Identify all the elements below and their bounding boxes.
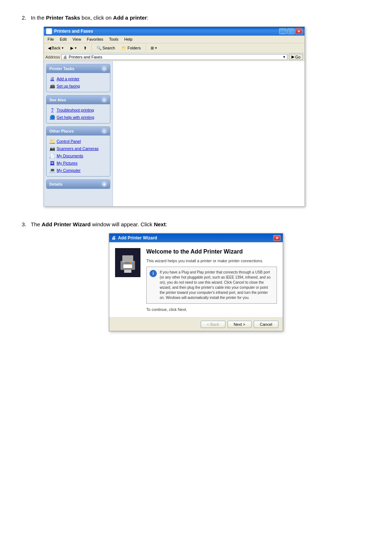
see-also-toggle[interactable]: ⊙ (101, 97, 107, 103)
scanners-label: Scanners and Cameras (57, 146, 99, 151)
add-printer-icon: 🖨 (49, 76, 55, 82)
svg-point-5 (131, 262, 133, 263)
my-computer-label: My Computer (57, 168, 81, 173)
back-button[interactable]: < Back (201, 321, 225, 328)
see-also-header[interactable]: See Also ⊙ (46, 96, 110, 104)
menu-favorites[interactable]: Favorites (85, 36, 105, 42)
wizard-titlebar: 🖨 Add Printer Wizard ✕ (109, 234, 283, 242)
sidebar: Printer Tasks ⊙ 🖨 Add a printer 📠 Set up… (44, 61, 113, 206)
my-documents-item[interactable]: 📄 My Documents (48, 152, 109, 159)
other-places-panel: Other Places ⊙ 📁 Control Panel 📷 Scanner… (46, 126, 110, 177)
folders-button[interactable]: 📁 Folders (119, 45, 143, 52)
details-title: Details (49, 182, 62, 186)
maximize-button[interactable]: □ (287, 28, 294, 34)
menu-edit[interactable]: Edit (58, 36, 69, 42)
main-content-area (113, 61, 305, 206)
wizard-description: This wizard helps you install a printer … (146, 259, 277, 263)
search-label: Search (102, 46, 115, 50)
address-label: Address (45, 55, 60, 59)
printers-faxes-window: 🖨 Printers and Faxes _ □ ✕ File Edit Vie… (44, 27, 305, 207)
menu-help[interactable]: Help (122, 36, 135, 42)
other-places-body: 📁 Control Panel 📷 Scanners and Cameras 📄… (46, 135, 110, 176)
wizard-heading: Welcome to the Add Printer Wizard (146, 248, 277, 255)
toolbar-separator-1 (91, 44, 92, 52)
cancel-label: Cancel (260, 322, 272, 327)
next-button[interactable]: Next > (228, 321, 252, 328)
back-label: < Back (207, 322, 219, 327)
wizard-window-icon: 🖨 (111, 235, 116, 240)
close-button[interactable]: ✕ (295, 28, 302, 34)
titlebar-left: 🖨 Printers and Faxes (46, 28, 93, 34)
back-button[interactable]: ◀ Back ▼ (45, 45, 66, 52)
my-pictures-item[interactable]: 🖼 My Pictures (48, 159, 109, 167)
go-label: Go (295, 55, 301, 59)
window-icon: 🖨 (46, 28, 52, 34)
window-title: Printers and Faxes (54, 29, 93, 34)
my-computer-icon: 💻 (49, 167, 55, 173)
views-button[interactable]: ⊞ ▼ (148, 45, 160, 52)
other-places-header[interactable]: Other Places ⊙ (46, 127, 110, 135)
printer-tasks-header[interactable]: Printer Tasks ⊙ (46, 64, 110, 73)
details-toggle[interactable]: ⊗ (101, 181, 107, 187)
wizard-footer: < Back Next > Cancel (109, 317, 283, 331)
svg-rect-1 (122, 255, 133, 263)
wizard-controls[interactable]: ✕ (273, 235, 281, 241)
window-titlebar: 🖨 Printers and Faxes _ □ ✕ (44, 27, 305, 36)
window-content: Printer Tasks ⊙ 🖨 Add a printer 📠 Set up… (44, 61, 305, 206)
svg-rect-3 (124, 270, 131, 273)
minimize-button[interactable]: _ (279, 28, 286, 34)
control-panel-icon: 📁 (49, 138, 55, 144)
troubleshoot-item[interactable]: ? Troubleshoot printing (48, 106, 109, 114)
next-label: Next > (234, 322, 245, 327)
add-printer-wizard-window: 🖨 Add Printer Wizard ✕ (109, 233, 283, 331)
setup-faxing-label: Set up faxing (57, 84, 80, 88)
up-button[interactable]: ⬆ (81, 45, 89, 52)
printer-tasks-panel: Printer Tasks ⊙ 🖨 Add a printer 📠 Set up… (46, 64, 110, 92)
get-help-icon: 🔵 (49, 114, 55, 120)
wizard-titlebar-left: 🖨 Add Printer Wizard (111, 235, 157, 240)
my-computer-item[interactable]: 💻 My Computer (48, 167, 109, 174)
step-2-text: 2. In the Printer Tasks box, click on Ad… (22, 15, 370, 21)
menu-tools[interactable]: Tools (107, 36, 121, 42)
control-panel-item[interactable]: 📁 Control Panel (48, 138, 109, 145)
scanners-icon: 📷 (49, 146, 55, 151)
control-panel-label: Control Panel (57, 139, 81, 143)
cancel-button[interactable]: Cancel (254, 321, 278, 328)
scanners-cameras-item[interactable]: 📷 Scanners and Cameras (48, 145, 109, 152)
setup-faxing-item[interactable]: 📠 Set up faxing (48, 82, 109, 90)
address-input[interactable]: 🖨 Printers and Faxes ▼ (61, 54, 287, 60)
back-arrow-icon: ◀ (48, 46, 51, 50)
printer-tasks-body: 🖨 Add a printer 📠 Set up faxing (46, 73, 110, 92)
menu-view[interactable]: View (70, 36, 83, 42)
wizard-close-button[interactable]: ✕ (273, 235, 281, 241)
my-documents-icon: 📄 (49, 153, 55, 159)
search-button[interactable]: 🔍 Search (94, 45, 118, 52)
get-help-item[interactable]: 🔵 Get help with printing (48, 114, 109, 121)
address-icon: 🖨 (63, 55, 67, 59)
forward-button[interactable]: ▶ ▼ (68, 45, 79, 52)
printer-tasks-toggle[interactable]: ⊙ (101, 66, 107, 72)
address-value: Printers and Faxes (69, 55, 102, 59)
address-bar: Address 🖨 Printers and Faxes ▼ ▶ Go (44, 53, 305, 61)
details-header[interactable]: Details ⊗ (46, 180, 110, 189)
go-arrow-icon: ▶ (291, 54, 294, 59)
wizard-image (115, 248, 140, 277)
back-dropdown-icon: ▼ (61, 46, 64, 50)
folders-icon: 📁 (122, 46, 127, 50)
menu-bar: File Edit View Favorites Tools Help (44, 36, 305, 43)
back-label: Back (52, 46, 60, 50)
wizard-body: Welcome to the Add Printer Wizard This w… (109, 242, 283, 331)
toolbar: ◀ Back ▼ ▶ ▼ ⬆ 🔍 Search 📁 Folders (44, 43, 305, 53)
go-button[interactable]: ▶ Go (289, 54, 303, 60)
toolbar-separator-2 (146, 44, 146, 52)
menu-file[interactable]: File (45, 36, 56, 42)
my-pictures-label: My Pictures (57, 161, 77, 165)
get-help-label: Get help with printing (57, 115, 94, 119)
window-controls[interactable]: _ □ ✕ (279, 28, 302, 34)
my-pictures-icon: 🖼 (49, 160, 55, 166)
other-places-toggle[interactable]: ⊙ (101, 128, 107, 134)
svg-rect-2 (123, 264, 132, 268)
wizard-text-area: Welcome to the Add Printer Wizard This w… (146, 248, 277, 312)
add-printer-item[interactable]: 🖨 Add a printer (48, 75, 109, 82)
wizard-info-text: If you have a Plug and Play printer that… (160, 270, 274, 300)
